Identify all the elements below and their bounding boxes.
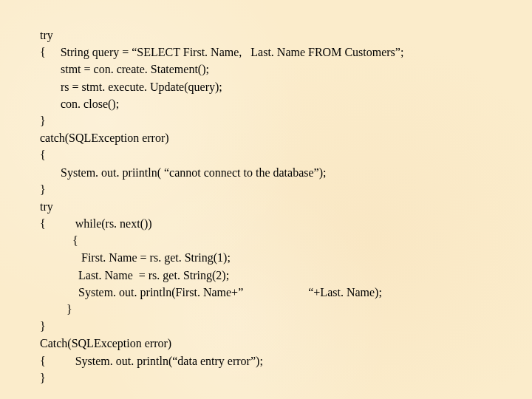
code-line: }	[40, 112, 532, 129]
code-line: First. Name = rs. get. String(1);	[40, 249, 532, 266]
code-line: System. out. priintln( “cannot connect t…	[40, 164, 532, 181]
code-line: System. out. println(First. Name+” “+Las…	[40, 284, 532, 301]
code-line: {	[40, 232, 532, 249]
code-slide: try { String query = “SELECT First. Name…	[0, 0, 532, 386]
code-line: try	[40, 27, 532, 44]
code-line: Catch(SQLException error)	[40, 335, 532, 352]
code-line: con. close();	[40, 95, 532, 112]
code-line: { System. out. println(“data entry error…	[40, 352, 532, 369]
code-line: { while(rs. next())	[40, 215, 532, 232]
code-line: }	[40, 181, 532, 198]
code-line: stmt = con. create. Statement();	[40, 61, 532, 78]
code-line: Last. Name = rs. get. String(2);	[40, 267, 532, 284]
code-line: }	[40, 369, 532, 386]
code-line: try	[40, 198, 532, 215]
code-line: { String query = “SELECT First. Name, La…	[40, 44, 532, 61]
code-line: }	[40, 318, 532, 335]
code-line: }	[40, 301, 532, 318]
code-line: {	[40, 146, 532, 163]
code-line: catch(SQLException error)	[40, 129, 532, 146]
code-line: rs = stmt. execute. Update(query);	[40, 78, 532, 95]
